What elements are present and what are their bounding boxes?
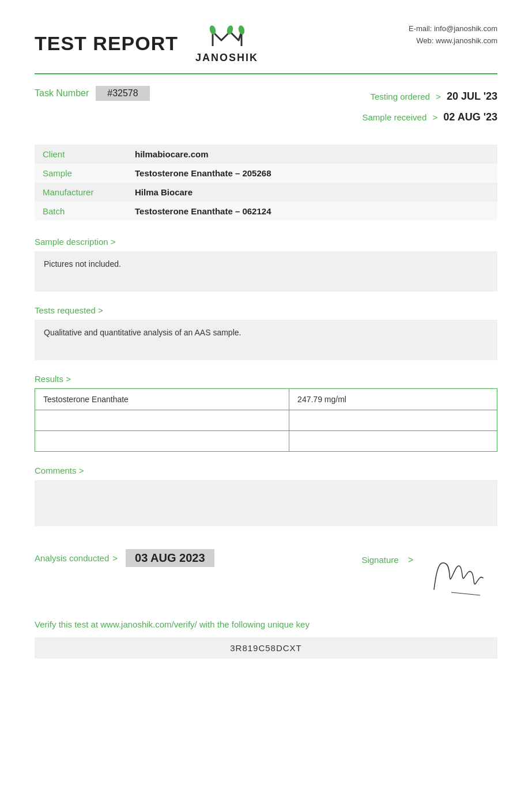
info-label: Batch (35, 202, 127, 221)
meta-row: Task Number #32578 Testing ordered > 20 … (35, 86, 497, 127)
tests-requested-content: Qualitative and quantitative analysis of… (44, 328, 241, 337)
header-contact: E-mail: info@janoshik.com Web: www.janos… (409, 23, 497, 47)
info-table: Clienthilmabiocare.comSampleTestosterone… (35, 145, 497, 221)
testing-ordered-row: Testing ordered > 20 JUL '23 (363, 86, 498, 107)
signature-label: Signature (361, 555, 398, 565)
analysis-conducted-area: Analysis conducted > 03 AUG 2023 (35, 549, 214, 567)
results-header: Results > (35, 374, 497, 384)
sample-description-content: Pictures not included. (44, 259, 121, 269)
results-value: 247.79 mg/ml (289, 389, 497, 410)
report-title: TEST REPORT (35, 32, 178, 55)
results-table-row: Testosterone Enanthate247.79 mg/ml (35, 389, 497, 410)
comments-box (35, 480, 497, 526)
signature-section: Signature > (361, 549, 497, 601)
info-value: Testosterone Enanthate – 205268 (127, 164, 497, 183)
sample-description-box: Pictures not included. (35, 251, 497, 292)
results-substance: Testosterone Enanthate (35, 389, 289, 410)
verify-key-box: 3R819C58DCXT (35, 637, 497, 659)
email-value: info@janoshik.com (434, 24, 497, 33)
logo-name: JANOSHIK (195, 52, 258, 64)
sample-received-label: Sample received (363, 112, 427, 122)
signature-separator: > (408, 555, 413, 565)
web-value: www.janoshik.com (436, 36, 497, 45)
verify-section: Verify this test at www.janoshik.com/ver… (35, 618, 497, 659)
analysis-conducted-separator: > (112, 553, 118, 563)
info-value: Hilma Biocare (127, 183, 497, 202)
testing-ordered-separator: > (436, 92, 441, 101)
sample-received-row: Sample received > 02 AUG '23 (363, 107, 498, 127)
email-label: E-mail: (409, 24, 432, 33)
comments-header: Comments > (35, 466, 497, 475)
tests-requested-header: Tests requested > (35, 305, 497, 315)
testing-ordered-label: Testing ordered (370, 92, 429, 101)
info-table-row: BatchTestosterone Enanthate – 062124 (35, 202, 497, 221)
verify-key: 3R819C58DCXT (230, 643, 302, 653)
analysis-conducted-value: 03 AUG 2023 (126, 549, 214, 567)
logo-area: JANOSHIK (195, 23, 258, 64)
results-substance (35, 431, 289, 452)
logo-icon (210, 23, 244, 52)
footer-row: Analysis conducted > 03 AUG 2023 Signatu… (35, 549, 497, 601)
dates-col: Testing ordered > 20 JUL '23 Sample rece… (363, 86, 498, 127)
info-label: Sample (35, 164, 127, 183)
results-value (289, 410, 497, 431)
results-table-row (35, 410, 497, 431)
verify-text: Verify this test at www.janoshik.com/ver… (35, 618, 497, 632)
web-line: Web: www.janoshik.com (409, 35, 497, 47)
results-table-row (35, 431, 497, 452)
signature-image (422, 549, 497, 601)
svg-line-3 (451, 592, 480, 595)
info-table-row: Clienthilmabiocare.com (35, 145, 497, 164)
header-left: TEST REPORT JANOSHIK (35, 23, 258, 64)
task-number-value: #32578 (96, 86, 149, 101)
info-value: Testosterone Enanthate – 062124 (127, 202, 497, 221)
page: TEST REPORT JANOSHIK E-mail: info@janosh… (0, 0, 532, 805)
svg-point-2 (237, 25, 244, 35)
sample-received-value: 02 AUG '23 (443, 111, 497, 123)
email-line: E-mail: info@janoshik.com (409, 23, 497, 35)
info-value: hilmabiocare.com (127, 145, 497, 164)
web-label: Web: (416, 36, 433, 45)
header: TEST REPORT JANOSHIK E-mail: info@janosh… (35, 23, 497, 64)
header-divider (35, 73, 497, 74)
task-number-label: Task Number (35, 88, 89, 99)
info-label: Manufacturer (35, 183, 127, 202)
info-table-row: ManufacturerHilma Biocare (35, 183, 497, 202)
results-table: Testosterone Enanthate247.79 mg/ml (35, 388, 497, 452)
info-label: Client (35, 145, 127, 164)
sample-description-header: Sample description > (35, 237, 497, 247)
sample-received-separator: > (432, 112, 437, 122)
tests-requested-box: Qualitative and quantitative analysis of… (35, 320, 497, 360)
results-substance (35, 410, 289, 431)
task-row: Task Number #32578 (35, 86, 150, 101)
testing-ordered-value: 20 JUL '23 (447, 90, 497, 102)
results-value (289, 431, 497, 452)
info-table-row: SampleTestosterone Enanthate – 205268 (35, 164, 497, 183)
analysis-conducted-label: Analysis conducted (35, 553, 109, 563)
